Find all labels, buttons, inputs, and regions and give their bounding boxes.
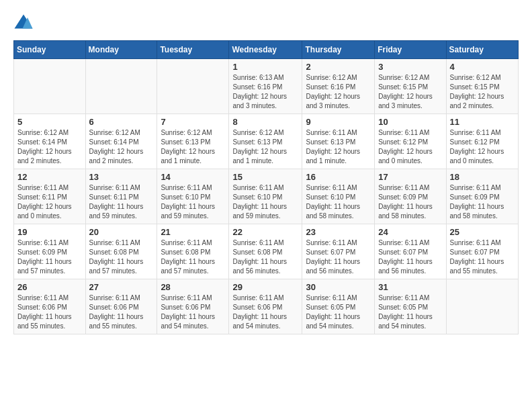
- calendar-cell: 30Sunrise: 6:11 AM Sunset: 6:05 PM Dayli…: [302, 279, 375, 334]
- day-info: Sunrise: 6:11 AM Sunset: 6:07 PM Dayligh…: [450, 238, 515, 276]
- day-info: Sunrise: 6:11 AM Sunset: 6:09 PM Dayligh…: [450, 183, 515, 221]
- calendar-cell: 29Sunrise: 6:11 AM Sunset: 6:06 PM Dayli…: [229, 279, 302, 334]
- header-thursday: Thursday: [302, 41, 375, 59]
- calendar-cell: 12Sunrise: 6:11 AM Sunset: 6:11 PM Dayli…: [14, 169, 86, 224]
- day-info: Sunrise: 6:11 AM Sunset: 6:09 PM Dayligh…: [378, 183, 442, 221]
- calendar-cell: 9Sunrise: 6:11 AM Sunset: 6:13 PM Daylig…: [302, 114, 375, 169]
- calendar-cell: 3Sunrise: 6:12 AM Sunset: 6:15 PM Daylig…: [375, 59, 446, 114]
- header-friday: Friday: [375, 41, 446, 59]
- calendar-cell: 2Sunrise: 6:12 AM Sunset: 6:16 PM Daylig…: [302, 59, 375, 114]
- day-number: 15: [232, 172, 298, 182]
- day-info: Sunrise: 6:11 AM Sunset: 6:06 PM Dayligh…: [232, 293, 298, 331]
- day-info: Sunrise: 6:11 AM Sunset: 6:10 PM Dayligh…: [161, 183, 225, 221]
- day-number: 11: [450, 117, 515, 127]
- day-number: 3: [378, 62, 442, 72]
- day-info: Sunrise: 6:11 AM Sunset: 6:05 PM Dayligh…: [306, 293, 371, 331]
- day-info: Sunrise: 6:11 AM Sunset: 6:06 PM Dayligh…: [89, 293, 154, 331]
- day-number: 27: [89, 282, 154, 292]
- day-info: Sunrise: 6:12 AM Sunset: 6:15 PM Dayligh…: [378, 73, 442, 111]
- logo: [13, 13, 36, 34]
- day-number: 8: [232, 117, 298, 127]
- day-info: Sunrise: 6:11 AM Sunset: 6:12 PM Dayligh…: [378, 128, 442, 166]
- week-row-1: 1Sunrise: 6:13 AM Sunset: 6:16 PM Daylig…: [14, 59, 519, 114]
- calendar-cell: 13Sunrise: 6:11 AM Sunset: 6:11 PM Dayli…: [85, 169, 157, 224]
- day-number: 17: [378, 172, 442, 182]
- day-info: Sunrise: 6:11 AM Sunset: 6:10 PM Dayligh…: [232, 183, 298, 221]
- calendar-cell: 23Sunrise: 6:11 AM Sunset: 6:07 PM Dayli…: [302, 224, 375, 279]
- week-row-5: 26Sunrise: 6:11 AM Sunset: 6:06 PM Dayli…: [14, 279, 519, 334]
- week-row-4: 19Sunrise: 6:11 AM Sunset: 6:09 PM Dayli…: [14, 224, 519, 279]
- day-number: 23: [306, 227, 371, 237]
- header-sunday: Sunday: [14, 41, 86, 59]
- calendar-cell: 25Sunrise: 6:11 AM Sunset: 6:07 PM Dayli…: [446, 224, 518, 279]
- day-number: 16: [306, 172, 371, 182]
- day-number: 7: [161, 117, 225, 127]
- day-info: Sunrise: 6:11 AM Sunset: 6:08 PM Dayligh…: [161, 238, 225, 276]
- calendar-cell: 22Sunrise: 6:11 AM Sunset: 6:08 PM Dayli…: [229, 224, 302, 279]
- day-number: 20: [89, 227, 154, 237]
- day-info: Sunrise: 6:12 AM Sunset: 6:13 PM Dayligh…: [232, 128, 298, 166]
- day-info: Sunrise: 6:11 AM Sunset: 6:10 PM Dayligh…: [306, 183, 371, 221]
- calendar-cell: 21Sunrise: 6:11 AM Sunset: 6:08 PM Dayli…: [157, 224, 229, 279]
- calendar-cell: 4Sunrise: 6:12 AM Sunset: 6:15 PM Daylig…: [446, 59, 518, 114]
- calendar-cell: 24Sunrise: 6:11 AM Sunset: 6:07 PM Dayli…: [375, 224, 446, 279]
- day-info: Sunrise: 6:12 AM Sunset: 6:16 PM Dayligh…: [306, 73, 371, 111]
- calendar-cell: 19Sunrise: 6:11 AM Sunset: 6:09 PM Dayli…: [14, 224, 86, 279]
- calendar-cell: 10Sunrise: 6:11 AM Sunset: 6:12 PM Dayli…: [375, 114, 446, 169]
- day-info: Sunrise: 6:11 AM Sunset: 6:11 PM Dayligh…: [89, 183, 154, 221]
- calendar-cell: 11Sunrise: 6:11 AM Sunset: 6:12 PM Dayli…: [446, 114, 518, 169]
- day-number: 31: [378, 282, 442, 292]
- calendar-cell: [85, 59, 157, 114]
- calendar-cell: 6Sunrise: 6:12 AM Sunset: 6:14 PM Daylig…: [85, 114, 157, 169]
- day-info: Sunrise: 6:12 AM Sunset: 6:14 PM Dayligh…: [17, 128, 82, 166]
- calendar-cell: 7Sunrise: 6:12 AM Sunset: 6:13 PM Daylig…: [157, 114, 229, 169]
- calendar-cell: 1Sunrise: 6:13 AM Sunset: 6:16 PM Daylig…: [229, 59, 302, 114]
- day-number: 18: [450, 172, 515, 182]
- calendar-cell: 8Sunrise: 6:12 AM Sunset: 6:13 PM Daylig…: [229, 114, 302, 169]
- day-number: 2: [306, 62, 371, 72]
- day-number: 10: [378, 117, 442, 127]
- week-row-2: 5Sunrise: 6:12 AM Sunset: 6:14 PM Daylig…: [14, 114, 519, 169]
- calendar-cell: 27Sunrise: 6:11 AM Sunset: 6:06 PM Dayli…: [85, 279, 157, 334]
- day-info: Sunrise: 6:12 AM Sunset: 6:13 PM Dayligh…: [161, 128, 225, 166]
- calendar-cell: [14, 59, 86, 114]
- calendar-cell: 31Sunrise: 6:11 AM Sunset: 6:05 PM Dayli…: [375, 279, 446, 334]
- calendar-cell: [446, 279, 518, 334]
- header-tuesday: Tuesday: [157, 41, 229, 59]
- day-info: Sunrise: 6:11 AM Sunset: 6:12 PM Dayligh…: [450, 128, 515, 166]
- calendar-cell: 16Sunrise: 6:11 AM Sunset: 6:10 PM Dayli…: [302, 169, 375, 224]
- header-wednesday: Wednesday: [229, 41, 302, 59]
- calendar-cell: 28Sunrise: 6:11 AM Sunset: 6:06 PM Dayli…: [157, 279, 229, 334]
- calendar-cell: 17Sunrise: 6:11 AM Sunset: 6:09 PM Dayli…: [375, 169, 446, 224]
- day-number: 1: [232, 62, 298, 72]
- day-number: 21: [161, 227, 225, 237]
- calendar-cell: 15Sunrise: 6:11 AM Sunset: 6:10 PM Dayli…: [229, 169, 302, 224]
- calendar-cell: 14Sunrise: 6:11 AM Sunset: 6:10 PM Dayli…: [157, 169, 229, 224]
- calendar-cell: 5Sunrise: 6:12 AM Sunset: 6:14 PM Daylig…: [14, 114, 86, 169]
- day-number: 28: [161, 282, 225, 292]
- calendar-cell: 26Sunrise: 6:11 AM Sunset: 6:06 PM Dayli…: [14, 279, 86, 334]
- day-number: 25: [450, 227, 515, 237]
- day-number: 5: [17, 117, 82, 127]
- day-info: Sunrise: 6:11 AM Sunset: 6:07 PM Dayligh…: [306, 238, 371, 276]
- day-info: Sunrise: 6:11 AM Sunset: 6:11 PM Dayligh…: [17, 183, 82, 221]
- day-number: 9: [306, 117, 371, 127]
- day-number: 19: [17, 227, 82, 237]
- header-monday: Monday: [85, 41, 157, 59]
- day-info: Sunrise: 6:13 AM Sunset: 6:16 PM Dayligh…: [232, 73, 298, 111]
- day-number: 30: [306, 282, 371, 292]
- calendar-table: SundayMondayTuesdayWednesdayThursdayFrid…: [13, 40, 519, 334]
- day-info: Sunrise: 6:11 AM Sunset: 6:09 PM Dayligh…: [17, 238, 82, 276]
- day-number: 12: [17, 172, 82, 182]
- header-saturday: Saturday: [446, 41, 518, 59]
- day-number: 4: [450, 62, 515, 72]
- logo-icon: [13, 13, 34, 34]
- day-number: 22: [232, 227, 298, 237]
- day-info: Sunrise: 6:12 AM Sunset: 6:15 PM Dayligh…: [450, 73, 515, 111]
- day-number: 13: [89, 172, 154, 182]
- day-number: 29: [232, 282, 298, 292]
- day-number: 26: [17, 282, 82, 292]
- calendar-cell: [157, 59, 229, 114]
- day-number: 24: [378, 227, 442, 237]
- calendar-cell: 18Sunrise: 6:11 AM Sunset: 6:09 PM Dayli…: [446, 169, 518, 224]
